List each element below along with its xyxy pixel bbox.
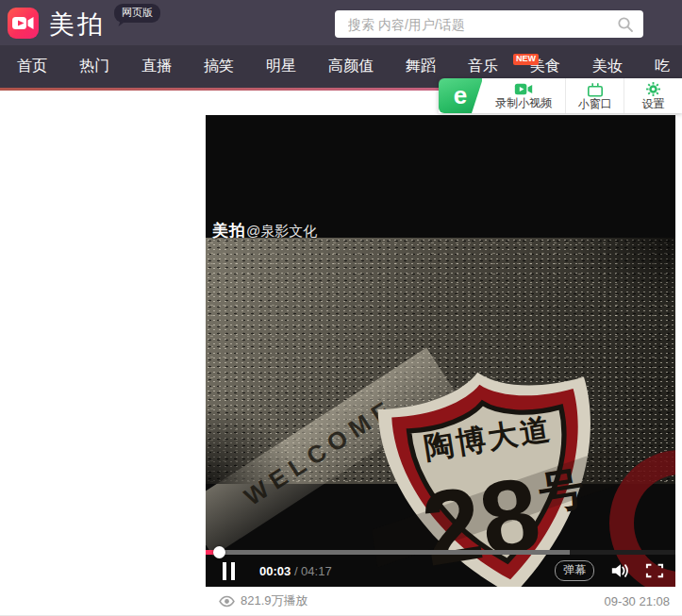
video-player[interactable]: WELCOME 陶博大道 28 号 美拍@泉影文化 00:03 / 04:17 … (206, 115, 675, 587)
nav-item-beauty-looks[interactable]: 高颜值 (328, 57, 374, 76)
nav-item-stars[interactable]: 明星 (266, 57, 296, 76)
watermark-brand: 美拍 (212, 222, 246, 240)
settings-label: 设置 (642, 98, 665, 111)
gear-icon (645, 81, 661, 97)
video-info-row: 821.9万播放 09-30 21:08 (206, 587, 675, 615)
mini-window-label: 小窗口 (578, 98, 612, 111)
plugin-e-icon: e (454, 83, 467, 108)
video-watermark: 美拍@泉影文化 (212, 220, 317, 241)
fullscreen-icon[interactable] (645, 562, 664, 579)
publish-timestamp: 09-30 21:08 (605, 594, 670, 608)
nav-item-eat[interactable]: 吃 (655, 57, 670, 76)
search-icon[interactable] (617, 16, 634, 33)
search-box[interactable] (335, 10, 643, 38)
brand-title: 美拍 (49, 8, 106, 42)
meipai-logo-icon[interactable] (8, 8, 39, 39)
nav-item-makeup[interactable]: 美妆 (592, 57, 623, 76)
duration: 04:17 (301, 564, 332, 578)
frame-vignette (206, 238, 675, 484)
time-display: 00:03 / 04:17 (259, 564, 332, 578)
nav-item-live[interactable]: 直播 (141, 57, 172, 76)
view-count: 821.9万播放 (219, 592, 308, 609)
new-badge: NEW (513, 54, 539, 65)
camcorder-logo-glyph (8, 8, 39, 39)
current-time: 00:03 (259, 564, 291, 578)
nav-item-dance[interactable]: 舞蹈 (406, 57, 436, 76)
nav-item-home[interactable]: 首页 (17, 57, 47, 76)
settings-button[interactable]: 设置 (624, 78, 682, 113)
view-count-text: 821.9万播放 (241, 592, 308, 609)
record-video-label: 录制小视频 (495, 97, 552, 110)
volume-icon[interactable] (609, 561, 630, 580)
camcorder-icon (514, 82, 533, 96)
nav-item-music[interactable]: 音乐 (468, 57, 498, 76)
plugin-logo[interactable]: e (439, 78, 482, 113)
danmaku-toggle[interactable]: 弹幕 (555, 560, 594, 581)
nav-item-hot[interactable]: 热门 (79, 57, 109, 76)
video-frame: WELCOME 陶博大道 28 号 (206, 238, 675, 484)
tv-window-icon (587, 82, 604, 97)
record-video-button[interactable]: 录制小视频 (482, 78, 566, 113)
nav-item-food[interactable]: NEW 美食 (530, 57, 560, 76)
pause-button[interactable] (223, 562, 235, 580)
plugin-panel: 录制小视频 小窗口 设置 (482, 78, 682, 113)
web-version-badge: 网页版 (114, 4, 160, 23)
header: 美拍 网页版 (0, 0, 682, 45)
mini-window-button[interactable]: 小窗口 (566, 78, 624, 113)
browser-plugin-toolbar: e 录制小视频 小窗口 (439, 78, 682, 113)
search-input[interactable] (335, 17, 617, 32)
eye-icon (219, 595, 235, 608)
player-controls: 00:03 / 04:17 弹幕 (206, 555, 675, 587)
nav-item-funny[interactable]: 搞笑 (204, 57, 234, 76)
watermark-account: @泉影文化 (246, 223, 317, 239)
